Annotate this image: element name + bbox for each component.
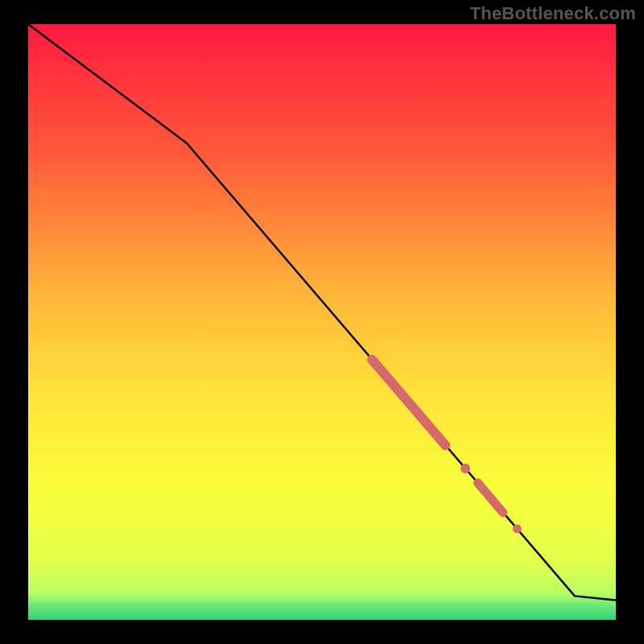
chart-frame: TheBottleneck.com [0, 0, 644, 644]
highlight-dot-2 [513, 524, 522, 533]
highlight-dot-1 [460, 464, 470, 473]
chart-canvas [0, 0, 644, 644]
plot-background [28, 24, 616, 620]
watermark-text: TheBottleneck.com [470, 3, 636, 24]
